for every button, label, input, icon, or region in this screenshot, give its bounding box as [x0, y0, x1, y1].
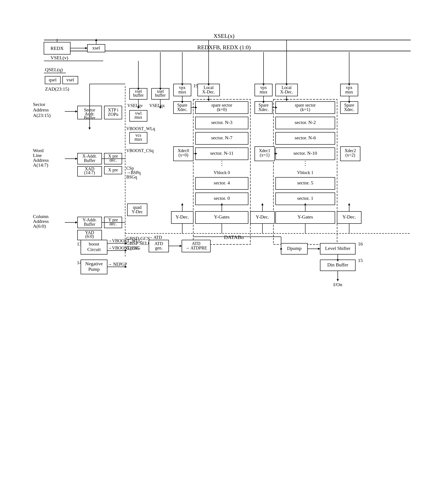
svg-text:mux: mux — [345, 89, 353, 94]
xtp-block: XTP i — [108, 107, 118, 112]
vboost-wlq-label: VBOOST_WLq — [126, 126, 155, 131]
svg-text:(x=2): (x=2) — [345, 152, 355, 158]
svg-text:(14:7): (14:7) — [84, 170, 95, 175]
svg-text:X-Dec.: X-Dec. — [280, 89, 293, 94]
circuit-diagram: XSEL(x) REDXFB, REDX (1:0) REDX xsel VSE… — [26, 20, 422, 482]
svg-text:Buffer: Buffer — [84, 158, 95, 163]
vboost-csq-label: VBOOST_CSq — [126, 148, 154, 153]
zad-label: ZAD(23:15) — [45, 86, 69, 92]
svg-text:Xdec.: Xdec. — [177, 107, 187, 112]
page: XSEL(x) REDXFB, REDX (1:0) REDX xsel VSE… — [0, 0, 448, 502]
atd-arrow-label: → ATD — [148, 235, 162, 240]
svg-text:mux: mux — [134, 115, 142, 119]
sector-4: sector. 4 — [214, 180, 230, 185]
sector-addr-label: Sector — [33, 101, 46, 107]
local-xdec2: Local — [282, 85, 292, 90]
sector-1: sector. 1 — [297, 195, 313, 201]
nepgp-label: → NEPGP — [108, 262, 127, 267]
dpump-block: Dpump — [287, 246, 302, 251]
ygates1: Y-Gates — [214, 214, 230, 219]
xsel-x-label: XSEL(x) — [213, 33, 234, 39]
dots1: ⋮ — [219, 160, 225, 167]
y-addr-buffer: Y-Addr. — [82, 217, 97, 222]
bsgq-label: BSGq — [126, 174, 137, 180]
ydec2: Y-Dec. — [256, 214, 269, 219]
svg-text:A(14:7): A(14:7) — [33, 162, 48, 168]
svg-text:Xdec.: Xdec. — [258, 107, 269, 112]
vblock0-label: Vblock 0 — [214, 170, 230, 175]
vblock1-label: Vblock 1 — [297, 170, 313, 175]
vsel-v-label: VSEL(v) — [50, 55, 68, 60]
svg-text:dec.: dec. — [110, 158, 117, 162]
svg-text:mux: mux — [178, 89, 186, 94]
svg-text:(k=0): (k=0) — [217, 107, 227, 112]
num-16: 16 — [358, 241, 363, 247]
svg-text:Address: Address — [33, 107, 49, 113]
vsel-block: vsel — [66, 77, 74, 83]
svg-text:(k=1): (k=1) — [300, 107, 310, 112]
sector-5: sector. 5 — [297, 180, 313, 185]
ydec1: Y-Dec. — [176, 214, 189, 219]
xdec1: Xdec1 — [259, 148, 270, 153]
boost-circuit-block: boost — [89, 241, 99, 247]
svg-text:Pump: Pump — [88, 266, 99, 272]
svg-text:mux: mux — [260, 89, 268, 94]
num-15: 15 — [358, 258, 363, 263]
vboost-wlg-label: →VBOOST_WLG — [108, 238, 142, 243]
vselqv-label: VSELqv — [127, 103, 143, 108]
qsel-q-label: QSEL(q) — [45, 67, 63, 72]
sector-0: sector. 0 — [214, 195, 230, 201]
ydec3: Y-Dec. — [342, 214, 356, 219]
vboost-csg-label: →VBOOST_CSG — [108, 246, 140, 250]
svg-text:Xdec.: Xdec. — [344, 107, 354, 112]
sector-n10: sector. N-10 — [293, 150, 317, 156]
x-addr-buffer: X-Addr. — [82, 154, 97, 158]
sector-n11: sector. N-11 — [210, 150, 234, 156]
sector-n6: sector. N-6 — [295, 135, 316, 140]
din-buffer-block: Din Buffer — [327, 262, 348, 268]
svg-text:Y-Dec: Y-Dec — [131, 209, 143, 214]
svg-text:ZOPu: ZOPu — [108, 112, 118, 117]
sector-n3: sector. N-3 — [211, 119, 233, 125]
diagram-container: XSEL(x) REDXFB, REDX (1:0) REDX xsel VSE… — [26, 20, 422, 482]
ion-label: I/On — [333, 282, 342, 287]
ygates2: Y-Gates — [298, 214, 313, 219]
svg-text:mux: mux — [134, 137, 142, 142]
svg-text:A(6:0): A(6:0) — [33, 223, 46, 229]
svg-text:X-Dec.: X-Dec. — [202, 89, 215, 94]
redx-block: REDX — [50, 46, 64, 51]
dots2: ⋮ — [302, 160, 308, 167]
local-xdec1: Local — [204, 85, 214, 90]
num-19: 19 — [193, 83, 198, 88]
svg-text:A(23:15): A(23:15) — [33, 113, 51, 118]
atd-gen-block: ATD — [155, 241, 163, 246]
svg-text:Buffer: Buffer — [84, 222, 95, 227]
negative-pump-block: Negative — [85, 261, 103, 266]
xsel-block: xsel — [92, 45, 100, 50]
svg-text:Circuit: Circuit — [87, 247, 101, 252]
level-shifter-block: Level Shifter — [325, 246, 351, 251]
svg-text:gen.: gen. — [155, 246, 162, 251]
xdec2: Xdec2 — [345, 148, 356, 153]
x-pre2: X pre — [108, 167, 118, 172]
svg-text:(x=0): (x=0) — [178, 152, 188, 158]
sector-n2: sector. N-2 — [295, 119, 316, 125]
atd-block: ATD — [192, 241, 201, 246]
qsel-block: qsel — [49, 77, 56, 83]
svg-text:(x=1): (x=1) — [260, 152, 270, 158]
databn-label: DATABn — [224, 234, 244, 240]
redxfb-label: REDXFB, REDX (1:0) — [197, 44, 251, 50]
xdec0: Xdec0 — [178, 148, 189, 153]
svg-text:→ ATDPRE: → ATDPRE — [185, 246, 207, 250]
svg-text:(6:0): (6:0) — [85, 234, 94, 239]
svg-text:buffer: buffer — [133, 93, 144, 98]
vselqx-label: VSELqx — [149, 103, 165, 108]
sector-n7: sector. N-7 — [211, 135, 233, 140]
svg-text:buffer: buffer — [155, 93, 166, 98]
svg-text:dec.: dec. — [110, 221, 117, 226]
